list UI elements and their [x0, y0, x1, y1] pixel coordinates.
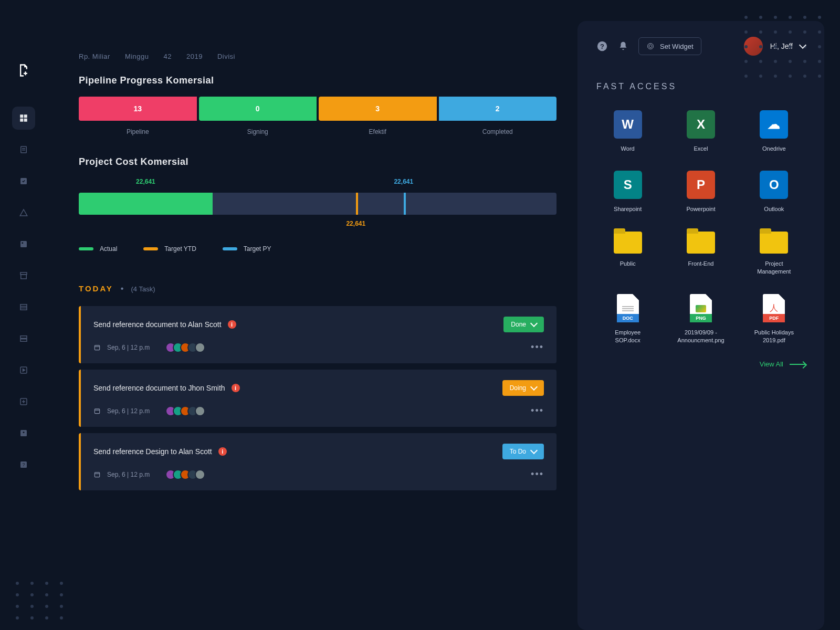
breadcrumb-item: Minggu	[125, 52, 149, 60]
calendar-icon	[93, 344, 101, 351]
cost-ytd-marker	[356, 193, 358, 215]
nav-dashboard[interactable]	[12, 107, 35, 130]
svg-rect-2	[20, 119, 23, 122]
nav-image[interactable]	[12, 233, 35, 256]
file-icon: 人PDF	[763, 294, 785, 322]
task-status-button[interactable]: To Do	[502, 444, 544, 459]
fast-access-item[interactable]: SSharepoint	[596, 171, 659, 213]
file-icon: PNG	[690, 294, 712, 322]
fast-access-label: Public Holidays 2019.pdf	[750, 329, 797, 345]
svg-rect-8	[20, 241, 27, 247]
fast-access-label: Outlook	[764, 205, 784, 213]
fast-access-item[interactable]: Project Management	[743, 232, 805, 276]
nav-help[interactable]: ?	[12, 453, 35, 476]
decorative-dots-bottom	[16, 582, 66, 620]
fast-access-grid: WWordXExcel☁OnedriveSSharepointPPowerpoi…	[596, 110, 805, 344]
svg-rect-1	[24, 114, 27, 118]
fast-access-item[interactable]: PNG2019/09/09 - Announcment.png	[669, 294, 732, 345]
set-widget-button[interactable]: Set Widget	[638, 37, 701, 55]
svg-rect-25	[94, 345, 99, 350]
task-title: Send reference document to Alan Scotti	[93, 320, 236, 329]
pipeline-bar-efektif: 3	[319, 97, 437, 121]
legend-swatch	[79, 247, 93, 250]
svg-rect-12	[20, 304, 27, 310]
info-icon[interactable]: i	[218, 447, 227, 456]
svg-point-22	[23, 432, 25, 433]
help-icon[interactable]: ?	[596, 40, 608, 52]
fast-access-item[interactable]: Front-End	[669, 232, 732, 276]
task-card[interactable]: Send reference document to Alan Scotti D…	[79, 306, 556, 363]
view-all-link[interactable]: View All	[760, 360, 805, 368]
today-count: (4 Task)	[131, 285, 155, 293]
legend-label: Target PY	[244, 245, 271, 253]
task-card[interactable]: Send reference document to Jhon Smithi D…	[79, 370, 556, 427]
nav-add[interactable]	[12, 390, 35, 413]
fast-access-label: Sharepoint	[614, 205, 642, 213]
chevron-down-icon	[530, 447, 538, 454]
pipeline-bar-pipeline: 13	[79, 97, 197, 121]
breadcrumb-item: 42	[164, 52, 172, 60]
nav-alert[interactable]	[12, 201, 35, 224]
svg-rect-29	[94, 472, 99, 477]
info-icon[interactable]: i	[228, 320, 236, 329]
nav-table[interactable]	[12, 296, 35, 319]
calendar-icon	[93, 407, 101, 415]
pipeline-label: Efektif	[319, 128, 437, 135]
nav-document[interactable]	[12, 138, 35, 161]
fast-access-label: Word	[621, 145, 635, 153]
task-status-button[interactable]: Doing	[502, 380, 544, 396]
more-icon[interactable]: •••	[531, 405, 544, 416]
more-icon[interactable]: •••	[531, 469, 544, 480]
fast-access-item[interactable]: PPowerpoint	[669, 171, 732, 213]
task-status-button[interactable]: Done	[503, 317, 544, 332]
legend-label: Actual	[100, 245, 117, 253]
info-icon[interactable]: i	[232, 384, 240, 392]
cost-legend: ActualTarget YTDTarget PY	[79, 245, 556, 253]
bell-icon[interactable]	[617, 40, 629, 52]
main-content: Rp. Miliar Minggu 42 2019 Divisi Pipelin…	[47, 21, 578, 630]
file-icon: DOC	[617, 294, 639, 322]
app-icon: P	[687, 171, 715, 199]
pipeline-label: Signing	[199, 128, 317, 135]
cost-actual-fill	[79, 193, 213, 215]
fast-access-item[interactable]: OOutlook	[743, 171, 805, 213]
pipeline-bar-signing: 0	[199, 97, 317, 121]
nav-server[interactable]	[12, 327, 35, 350]
svg-text:?: ?	[600, 43, 604, 50]
fast-access-item[interactable]: 人PDFPublic Holidays 2019.pdf	[743, 294, 805, 345]
nav-archive[interactable]	[12, 264, 35, 287]
svg-rect-27	[94, 408, 99, 413]
nav-user[interactable]	[12, 422, 35, 445]
app-icon: S	[614, 171, 642, 199]
app-icon: ☁	[760, 110, 788, 139]
fast-access-item[interactable]: DOCEmployee SOP.docx	[596, 294, 659, 345]
task-title: Send reference Design to Alan Scotti	[93, 447, 227, 456]
pipeline-label: Completed	[439, 128, 557, 135]
view-all-label: View All	[760, 360, 783, 368]
legend-item: Target PY	[223, 245, 271, 253]
cost-py-marker	[404, 193, 406, 215]
calendar-icon	[93, 471, 101, 478]
fast-access-item[interactable]: XExcel	[669, 110, 732, 153]
svg-rect-0	[20, 114, 23, 118]
fast-access-label: Public	[620, 260, 636, 268]
task-meta: Sep, 6 | 12 p.m	[93, 469, 205, 480]
nav-play[interactable]	[12, 359, 35, 382]
fast-access-label: 2019/09/09 - Announcment.png	[677, 329, 724, 345]
pipeline-label: Pipeline	[79, 128, 197, 135]
svg-rect-3	[24, 119, 27, 122]
fast-access-item[interactable]: Public	[596, 232, 659, 276]
task-card[interactable]: Send reference Design to Alan Scotti To …	[79, 433, 556, 490]
more-icon[interactable]: •••	[531, 342, 544, 353]
app-icon: O	[760, 171, 788, 199]
cost-ytd-value: 22,641	[346, 220, 365, 227]
app-icon: W	[614, 110, 642, 139]
fast-access-label: Excel	[694, 145, 708, 153]
decorative-dots-top	[744, 16, 824, 81]
fast-access-item[interactable]: ☁Onedrive	[743, 110, 805, 153]
chevron-down-icon	[530, 383, 538, 391]
fast-access-item[interactable]: WWord	[596, 110, 659, 153]
task-avatars	[169, 406, 205, 416]
task-list: Send reference document to Alan Scotti D…	[79, 306, 556, 490]
nav-checkbox[interactable]	[12, 170, 35, 193]
